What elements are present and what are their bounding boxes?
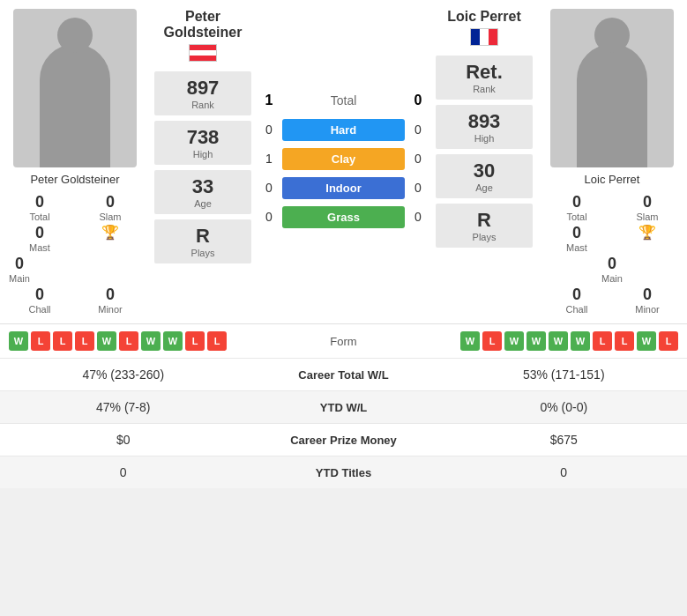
player2-high-value: 893 bbox=[439, 110, 529, 133]
form-badge-left: L bbox=[119, 331, 138, 351]
player1-mast-value: 0 bbox=[35, 224, 44, 242]
form-badge-right: L bbox=[482, 331, 502, 351]
form-label: Form bbox=[291, 335, 397, 348]
france-flag bbox=[470, 28, 498, 46]
total-score-right: 0 bbox=[405, 93, 431, 108]
player1-minor-value: 0 bbox=[106, 286, 115, 304]
player2-total-stat: 0 Total bbox=[546, 193, 608, 222]
player1-age-value: 33 bbox=[158, 175, 248, 198]
stats-table: 47% (233-260)Career Total W/L53% (171-15… bbox=[0, 358, 687, 488]
player2-total-label: Total bbox=[566, 212, 586, 222]
player2-section: Loic Perret 0 Total 0 Slam 0 Mast 🏆 bbox=[537, 9, 687, 315]
player2-mast-stat: 0 Mast bbox=[546, 224, 608, 253]
player2-slam-label: Slam bbox=[636, 212, 658, 222]
player1-total-label: Total bbox=[29, 212, 49, 222]
form-badge-right: L bbox=[615, 331, 634, 351]
player2-high-box: 893 High bbox=[436, 105, 533, 149]
main-container: Peter Goldsteiner 0 Total 0 Slam 0 Mast … bbox=[0, 0, 687, 488]
player1-mast-label: Mast bbox=[29, 242, 50, 253]
stats-right-value: $675 bbox=[441, 433, 688, 447]
form-badges-left: WLLLWLWWLL bbox=[9, 331, 291, 351]
player2-photo bbox=[550, 9, 674, 167]
player1-trophy: 🏆 bbox=[79, 224, 141, 253]
player1-high-label: High bbox=[158, 149, 248, 160]
player1-main-stat: 0 Main bbox=[9, 255, 30, 284]
player1-section: Peter Goldsteiner 0 Total 0 Slam 0 Mast … bbox=[0, 9, 150, 315]
player2-chall-label: Chall bbox=[565, 304, 587, 315]
player2-minor-stat: 0 Minor bbox=[616, 286, 678, 315]
player2-center-name: Loic Perret bbox=[447, 9, 521, 25]
player1-slam-stat: 0 Slam bbox=[79, 193, 141, 222]
player1-name-below: Peter Goldsteiner bbox=[30, 173, 119, 186]
player1-chall-stat: 0 Chall bbox=[9, 286, 71, 315]
grass-row: 0 Grass 0 bbox=[256, 206, 431, 228]
stats-row: 47% (7-8)YTD W/L0% (0-0) bbox=[0, 390, 687, 423]
stats-right-value: 53% (171-151) bbox=[441, 367, 688, 382]
player1-age-label: Age bbox=[158, 198, 248, 209]
player2-main-stat: 0 Main bbox=[601, 255, 623, 284]
stats-right-value: 0 bbox=[441, 465, 688, 479]
player1-slam-label: Slam bbox=[99, 212, 121, 222]
court-results: 1 Total 0 0 Hard 0 1 Clay 0 0 Indoor 0 bbox=[256, 9, 431, 315]
player1-minor-label: Minor bbox=[98, 304, 123, 315]
stats-left-value: 47% (233-260) bbox=[0, 367, 247, 382]
player1-rank-box: 897 Rank bbox=[154, 71, 251, 115]
player1-high-value: 738 bbox=[158, 126, 248, 149]
player1-flag bbox=[189, 44, 217, 65]
player2-plays-value: R bbox=[439, 209, 529, 232]
form-section: WLLLWLWWLL Form WLWWWWLLWL bbox=[0, 323, 687, 358]
player2-rank-value: Ret. bbox=[439, 61, 529, 84]
player2-mast-label: Mast bbox=[566, 242, 587, 253]
player2-total-value: 0 bbox=[572, 193, 581, 212]
indoor-score-left: 0 bbox=[256, 181, 282, 195]
stats-center-label: YTD Titles bbox=[247, 466, 441, 479]
player1-main-row: 0 Main bbox=[9, 255, 141, 284]
form-badge-left: L bbox=[185, 331, 205, 351]
player1-main-label: Main bbox=[9, 273, 30, 284]
stats-center-label: YTD W/L bbox=[247, 401, 441, 414]
form-badge-right: W bbox=[504, 331, 524, 351]
form-badge-right: L bbox=[593, 331, 612, 351]
comparison-section: Peter Goldsteiner 0 Total 0 Slam 0 Mast … bbox=[0, 0, 687, 323]
player1-rank-value: 897 bbox=[158, 77, 248, 100]
player1-plays-label: Plays bbox=[158, 248, 248, 258]
stats-left-value: $0 bbox=[0, 433, 247, 447]
stats-row: 47% (233-260)Career Total W/L53% (171-15… bbox=[0, 358, 687, 390]
form-badge-right: L bbox=[659, 331, 678, 351]
player1-plays-box: R Plays bbox=[154, 219, 251, 263]
indoor-row: 0 Indoor 0 bbox=[256, 177, 431, 199]
form-badge-left: L bbox=[31, 331, 50, 351]
clay-score-left: 1 bbox=[256, 152, 282, 166]
player2-stats-grid: 0 Total 0 Slam 0 Mast 🏆 0 Main bbox=[546, 193, 678, 315]
player2-minor-label: Minor bbox=[635, 304, 660, 315]
player2-age-box: 30 Age bbox=[436, 154, 533, 198]
player1-slam-value: 0 bbox=[106, 193, 115, 212]
form-badge-left: W bbox=[141, 331, 161, 351]
player2-rank-box: Ret. Rank bbox=[436, 56, 533, 100]
grass-score-right: 0 bbox=[405, 210, 431, 224]
player2-trophy: 🏆 bbox=[616, 224, 678, 253]
clay-row: 1 Clay 0 bbox=[256, 148, 431, 170]
indoor-score-right: 0 bbox=[405, 181, 431, 195]
form-badge-right: W bbox=[571, 331, 590, 351]
form-badges-right: WLWWWWLLWL bbox=[397, 331, 679, 351]
hard-score-left: 0 bbox=[256, 122, 282, 137]
total-label: Total bbox=[282, 93, 405, 108]
player1-chall-label: Chall bbox=[28, 304, 50, 315]
player2-flag bbox=[470, 28, 498, 49]
hard-score-right: 0 bbox=[405, 122, 431, 137]
player1-total-value: 0 bbox=[35, 193, 44, 212]
player1-center-name: Peter Goldsteiner bbox=[154, 9, 251, 41]
player2-slam-value: 0 bbox=[643, 193, 652, 212]
player1-main-value: 0 bbox=[15, 255, 24, 273]
player2-main-value: 0 bbox=[608, 255, 616, 273]
player1-mast-stat: 0 Mast bbox=[9, 224, 71, 253]
player2-main-label: Main bbox=[601, 273, 623, 284]
stats-row: $0Career Prize Money$675 bbox=[0, 423, 687, 456]
player2-plays-label: Plays bbox=[439, 232, 529, 242]
player2-slam-stat: 0 Slam bbox=[616, 193, 678, 222]
form-badge-left: L bbox=[75, 331, 94, 351]
total-score-left: 1 bbox=[256, 93, 282, 108]
form-badge-left: W bbox=[97, 331, 116, 351]
form-badge-right: W bbox=[549, 331, 568, 351]
